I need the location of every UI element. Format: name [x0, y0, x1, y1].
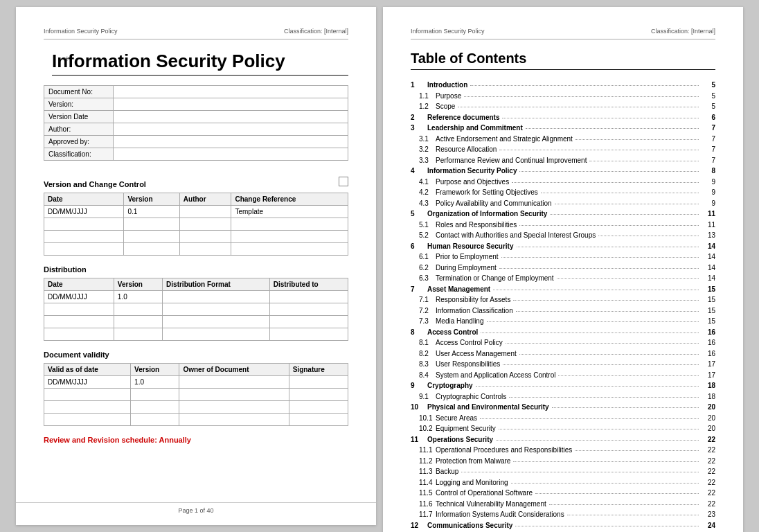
toc-entry: 7Asset Management15 — [411, 284, 715, 295]
meta-row: Version Date — [44, 111, 348, 123]
toc-entry: 5.1Roles and Responsibilities11 — [411, 220, 715, 231]
toc-num: 3 — [411, 123, 427, 134]
distribution-heading: Distribution — [44, 265, 348, 274]
toc-label: Framework for Setting Objectives — [436, 187, 538, 198]
toc-label: Human Resource Security — [427, 241, 514, 252]
toc-label: Operations Security — [427, 434, 493, 445]
vc-row: DD/MM/JJJJ0.1Template — [44, 206, 348, 218]
page-title: Information Security Policy — [52, 51, 348, 76]
toc-num: 2 — [411, 112, 427, 123]
toc-dots — [503, 364, 699, 365]
toc-entry: 11Operations Security22 — [411, 434, 715, 445]
toc-page: 6 — [702, 112, 715, 123]
toc-label: Technical Vulnerability Management — [436, 499, 546, 510]
toc-dots — [558, 375, 699, 376]
toc-label: Leadership and Commitment — [427, 123, 523, 134]
toc-num: 11.7 — [411, 509, 436, 520]
toc-entry: 11.1Operational Procedures and Responsib… — [411, 445, 715, 456]
toc-page: 14 — [702, 273, 715, 284]
toc-page: 20 — [702, 402, 715, 413]
plus-icon: + — [64, 53, 70, 64]
toc-entry: 9.1Cryptographic Controls18 — [411, 391, 715, 402]
toc-label: Prior to Employment — [436, 251, 499, 263]
toc-num: 1.2 — [411, 101, 436, 112]
toc-page: 13 — [702, 230, 715, 241]
toc-entry: 11.2Protection from Malware22 — [411, 456, 715, 467]
toc-label: Introduction — [427, 80, 467, 91]
toc-page: 20 — [702, 423, 715, 434]
toc-num: 6.1 — [411, 251, 436, 263]
toc-dots — [555, 204, 699, 204]
toc-label: User Responsibilities — [436, 359, 500, 370]
meta-label: Author: — [44, 123, 114, 136]
toc-num: 11 — [411, 434, 427, 445]
checkbox[interactable] — [339, 177, 348, 186]
toc-dots — [511, 483, 699, 484]
version-control-heading: Version and Change Control — [44, 180, 146, 188]
toc-num: 8.2 — [411, 348, 436, 360]
toc-label: Asset Management — [427, 284, 490, 295]
toc-label: Cryptographic Controls — [436, 391, 506, 402]
meta-value — [114, 98, 348, 111]
vc-row — [44, 243, 348, 256]
toc-page: 17 — [702, 359, 715, 370]
toc-num: 5.1 — [411, 220, 436, 231]
meta-label: Version: — [44, 98, 114, 111]
meta-value — [114, 86, 348, 98]
toc-dots — [480, 418, 699, 419]
toc-num: 10.1 — [411, 413, 436, 424]
toc-entry: 4Information Security Policy8 — [411, 166, 715, 177]
review-line: Review and Revision schedule: Annually — [44, 436, 348, 444]
toc-page: 5 — [702, 80, 715, 91]
toc-label: Operational Procedures and Responsibilit… — [436, 445, 572, 456]
toc-label: Access Control Policy — [436, 337, 503, 348]
toc-dots — [512, 182, 699, 183]
toc-dots — [535, 493, 699, 494]
dist-row — [44, 303, 348, 316]
dist-row — [44, 328, 348, 341]
toc-dots — [519, 354, 699, 355]
toc-page: 22 — [702, 456, 715, 467]
meta-value — [114, 123, 348, 136]
toc-num: 11.2 — [411, 456, 436, 467]
toc-entry: 6.3Termination or Change of Employment14 — [411, 273, 715, 284]
toc-entry: 8.1Access Control Policy16 — [411, 337, 715, 348]
toc-page: 22 — [702, 477, 715, 488]
meta-label: Approved by: — [44, 136, 114, 148]
page1-header: Information Security Policy Classificati… — [44, 28, 348, 39]
toc-entry: 10Physical and Environmental Security20 — [411, 402, 715, 413]
toc-num: 12 — [411, 520, 427, 531]
toc-num: 8.4 — [411, 370, 436, 381]
toc-entry: 1.1Purpose5 — [411, 91, 715, 102]
toc-page: 5 — [702, 101, 715, 112]
page1-footer: Page 1 of 40 — [16, 502, 376, 514]
toc-entry: 8Access Control16 — [411, 327, 715, 338]
toc-num: 8.3 — [411, 359, 436, 370]
toc-label: Responsibility for Assets — [436, 294, 510, 305]
toc-page: 22 — [702, 466, 715, 477]
toc-label: Information Security Policy — [427, 166, 517, 177]
toc-entry: 6Human Resource Security14 — [411, 241, 715, 252]
toc-entry: 4.3Policy Availability and Communication… — [411, 198, 715, 209]
toc-dots — [550, 214, 699, 215]
toc-num: 11.4 — [411, 477, 436, 488]
toc-page: 9 — [702, 177, 715, 188]
toc-dots — [501, 257, 699, 258]
meta-row: Author: — [44, 123, 348, 136]
toc-entry: 7.1Responsibility for Assets15 — [411, 294, 715, 305]
toc-entry: 7.2Information Classification15 — [411, 305, 715, 317]
toc-dots — [575, 450, 699, 451]
toc-entry: 10.1Secure Areas20 — [411, 413, 715, 424]
toc-num: 6 — [411, 241, 427, 252]
dv-row — [44, 389, 348, 401]
toc-entry: 6.2During Employment14 — [411, 263, 715, 274]
toc-entry: 1Introduction5 — [411, 80, 715, 91]
toc-entry: 11.5Control of Operational Software22 — [411, 488, 715, 499]
page1-header-left: Information Security Policy — [44, 28, 118, 35]
toc-label: Performance Review and Continual Improve… — [436, 155, 587, 166]
dist-row — [44, 316, 348, 328]
toc-label: Cryptography — [427, 380, 473, 391]
meta-row: Approved by: — [44, 136, 348, 148]
toc-num: 11.3 — [411, 466, 436, 477]
toc-page: 24 — [702, 520, 715, 531]
